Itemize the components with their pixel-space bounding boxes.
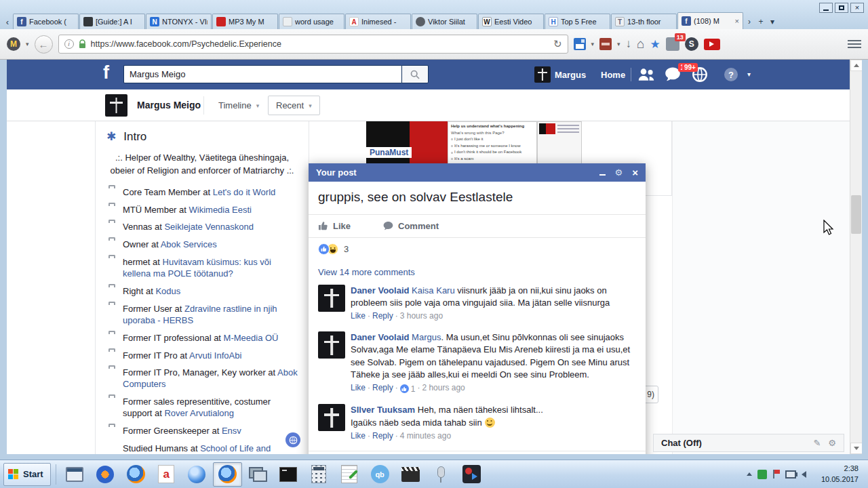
messages-icon[interactable]: 1: [665, 66, 682, 83]
header-profile-link[interactable]: Margus: [555, 70, 586, 80]
scrollbar-thumb[interactable]: [851, 195, 861, 234]
taskbar-terminal-icon[interactable]: [274, 462, 303, 487]
intro-item-link[interactable]: Rover Arvutialong: [164, 408, 234, 418]
page-info-icon[interactable]: i: [64, 39, 74, 49]
search-button[interactable]: [401, 65, 429, 83]
commenter-avatar[interactable]: [318, 331, 345, 359]
intro-item-link[interactable]: Kodus: [155, 286, 180, 296]
tab-close-icon[interactable]: ×: [735, 17, 739, 25]
privacy-globe-button[interactable]: [285, 432, 300, 447]
tab-eesti-video[interactable]: WEesti Video: [478, 14, 544, 29]
addon-m-caret-icon[interactable]: ▾: [26, 41, 29, 47]
intro-item-link[interactable]: Arvuti InfoAbi: [189, 350, 241, 361]
tray-expand-icon[interactable]: [747, 472, 752, 476]
recent-dropdown[interactable]: Recent▾: [268, 96, 320, 115]
video-downloader-icon[interactable]: [599, 38, 612, 50]
dialog-titlebar[interactable]: Your post ⚙ ×: [309, 163, 646, 182]
intro-item-link[interactable]: Let's do it World: [213, 187, 276, 197]
taskbar-clapperboard-icon[interactable]: [396, 462, 425, 487]
tab-scroll-right-button[interactable]: ›: [744, 14, 755, 29]
taskbar-blue-globe-icon[interactable]: [182, 462, 212, 487]
comment-like-link[interactable]: Like: [351, 431, 366, 441]
friend-requests-icon[interactable]: [637, 66, 655, 83]
tab-13th-floor[interactable]: T13-th floor: [611, 14, 677, 29]
intro-item-link[interactable]: Ensv: [222, 426, 241, 436]
taskbar-notes-icon[interactable]: [335, 462, 364, 487]
chat-bar[interactable]: Chat (Off) ✎ ⚙: [653, 434, 844, 452]
tab-inimesed[interactable]: AInimesed -: [345, 14, 411, 29]
comment-author-link[interactable]: Daner Voolaid: [351, 285, 409, 296]
taskbar-firefox-active-icon[interactable]: [213, 462, 242, 487]
taskbar-media-icon[interactable]: [457, 462, 486, 487]
tab-viktor[interactable]: Viktor Siilat: [412, 14, 477, 29]
taskbar-window-icon[interactable]: [60, 462, 90, 487]
comment-author-link[interactable]: SIlver Tuuksam: [351, 405, 415, 415]
like-button[interactable]: Like: [318, 221, 351, 231]
scroll-down-button[interactable]: [850, 443, 862, 454]
header-home-link[interactable]: Home: [601, 70, 625, 80]
addon-m-button[interactable]: M: [7, 37, 20, 51]
start-button[interactable]: Start: [3, 463, 51, 486]
timeline-dropdown[interactable]: Timeline▾: [210, 96, 267, 115]
tab-word-usage[interactable]: word usage: [279, 14, 344, 29]
view-more-comments-link[interactable]: View 14 more comments: [309, 260, 646, 280]
commenter-avatar[interactable]: [318, 285, 345, 312]
comment-timestamp[interactable]: 3 hours ago: [400, 311, 443, 321]
url-text[interactable]: https://www.facebook.com/Psychedelic.Exp…: [91, 39, 549, 49]
notifications-icon[interactable]: 99+: [692, 66, 709, 83]
comment-like-link[interactable]: Like: [351, 311, 366, 321]
dialog-close-icon[interactable]: ×: [632, 167, 638, 178]
tab-ntonyx[interactable]: NNTONYX - VIrtu: [146, 14, 212, 29]
page-scrollbar[interactable]: [850, 60, 862, 454]
commenter-avatar[interactable]: [318, 404, 345, 431]
tab-mp3[interactable]: MP3 My M: [212, 14, 278, 29]
hamburger-menu-button[interactable]: [848, 40, 861, 48]
comment-reply-link[interactable]: Reply: [372, 383, 393, 392]
url-bar[interactable]: i https://www.facebook.com/Psychedelic.E…: [58, 35, 568, 54]
profile-name-link[interactable]: Margus Meigo: [137, 100, 201, 110]
downloads-button[interactable]: ↓: [626, 37, 632, 51]
taskbar-red-a-app-icon[interactable]: a: [152, 462, 181, 487]
comment-author-link[interactable]: Daner Voolaid: [351, 332, 409, 342]
tray-flag-icon[interactable]: [772, 470, 780, 479]
reactions-bar[interactable]: 3: [309, 237, 646, 260]
taskbar-firefox-icon[interactable]: [121, 462, 151, 487]
comment-reply-link[interactable]: Reply: [372, 431, 393, 441]
video-downloader-caret-icon[interactable]: ▾: [617, 41, 620, 47]
comment-timestamp[interactable]: 2 hours ago: [422, 383, 465, 392]
comment-like-count[interactable]: 1: [400, 384, 416, 395]
new-message-icon[interactable]: ✎: [813, 438, 821, 448]
comment-mention-link[interactable]: Margus: [412, 332, 441, 342]
comment-timestamp[interactable]: 4 minutes ago: [400, 431, 451, 441]
home-button[interactable]: ⌂: [637, 37, 644, 52]
help-button[interactable]: ?: [724, 68, 738, 81]
facebook-logo[interactable]: f: [103, 62, 109, 83]
intro-item-link[interactable]: Seiklejate Vennaskond: [164, 222, 254, 232]
tab-facebook[interactable]: fFacebook (: [13, 14, 79, 29]
taskbar-monitors-icon[interactable]: [243, 462, 273, 487]
window-maximize-button[interactable]: [835, 3, 848, 13]
comment-mention-link[interactable]: Kaisa Karu: [412, 285, 455, 296]
tab-top5free[interactable]: HTop 5 Free: [545, 14, 610, 29]
intro-item-link[interactable]: M-Meedia OÜ: [224, 333, 279, 343]
window-close-button[interactable]: ×: [850, 3, 864, 13]
intro-item-link[interactable]: Abok Services: [161, 239, 217, 249]
reaction-count[interactable]: 3: [344, 244, 349, 254]
account-menu-caret[interactable]: ▾: [747, 70, 751, 78]
tray-volume-icon[interactable]: [802, 471, 806, 478]
scroll-up-button[interactable]: [850, 60, 862, 71]
save-page-caret-icon[interactable]: ▾: [591, 41, 595, 47]
header-avatar[interactable]: [534, 66, 551, 83]
youtube-icon[interactable]: [704, 39, 720, 50]
chat-settings-gear-icon[interactable]: ⚙: [828, 438, 836, 448]
window-minimize-button[interactable]: [819, 3, 833, 13]
taskbar-microphone-icon[interactable]: [427, 462, 456, 487]
profile-avatar[interactable]: [105, 94, 127, 117]
comment-like-link[interactable]: Like: [351, 383, 366, 392]
save-page-icon[interactable]: [574, 38, 586, 50]
taskbar-clock[interactable]: 2:38 10.05.2017: [816, 464, 859, 485]
new-tab-button[interactable]: +: [755, 14, 766, 29]
tab-list-caret[interactable]: ▾: [767, 14, 778, 29]
tab-guide[interactable]: [Guide:] A I: [79, 14, 145, 29]
taskbar-calculator-icon[interactable]: [304, 462, 334, 487]
